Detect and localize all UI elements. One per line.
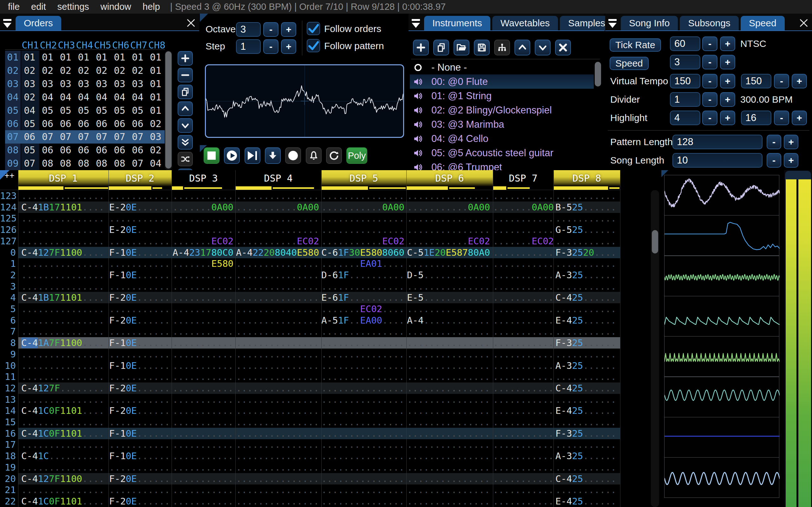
orders-cell[interactable]: 06 xyxy=(111,117,129,130)
pattern-cell[interactable]: C-41A7F1100.... xyxy=(21,337,112,349)
orders-cell[interactable]: 05 xyxy=(39,104,57,117)
pattern-cell[interactable]: ........... xyxy=(493,258,554,269)
pattern-cell[interactable]: ...........0A00 xyxy=(321,202,406,213)
orders-cell[interactable]: 03 xyxy=(111,77,129,91)
step-minus-button[interactable]: - xyxy=(263,39,278,54)
pattern-cell[interactable]: ........... xyxy=(172,326,236,337)
pattern-cell[interactable]: ............... xyxy=(236,258,322,269)
orders-row[interactable]: 060506060606060602 xyxy=(5,117,165,130)
octave-minus-button[interactable]: - xyxy=(263,22,278,37)
pattern-cell[interactable]: ............... xyxy=(407,349,494,360)
pattern-cell[interactable]: ...........0A00 xyxy=(407,202,494,213)
highlight-first-minus-button[interactable]: - xyxy=(702,111,717,125)
orders-row[interactable]: 040204040404040401 xyxy=(5,91,165,104)
pattern-cell[interactable]: ............... xyxy=(21,303,112,315)
step-row-button[interactable] xyxy=(265,147,281,164)
pattern-cell[interactable]: ............... xyxy=(236,269,322,281)
pattern-cell[interactable]: ............... xyxy=(321,337,406,349)
orders-cell[interactable]: 02 xyxy=(147,117,165,130)
pattern-cell[interactable]: ........... xyxy=(555,371,622,383)
pattern-cell[interactable]: ........... xyxy=(109,258,172,269)
orders-cell[interactable]: 02 xyxy=(20,91,39,104)
pattern-cell[interactable]: ............... xyxy=(236,450,322,462)
orders-row[interactable]: 010101010101010101 xyxy=(5,51,165,64)
pattern-cell[interactable]: ............... xyxy=(407,383,494,394)
pattern-cell[interactable]: C-41B171101.... xyxy=(21,292,112,303)
pattern-cell[interactable]: F-10E...... xyxy=(109,360,172,372)
pattern-cell[interactable]: F-20E...... xyxy=(109,315,172,326)
pattern-cell[interactable]: ........... xyxy=(555,416,622,428)
collapse-icon[interactable] xyxy=(605,16,620,31)
orders-scrollbar[interactable] xyxy=(165,51,172,170)
orders-row[interactable]: 070607070707070703 xyxy=(5,130,165,144)
pattern-cell[interactable]: ........... xyxy=(109,394,172,405)
orders-cell[interactable]: 08 xyxy=(56,157,74,170)
pattern-cell[interactable]: .......EC02.... xyxy=(321,303,406,315)
pattern-cell[interactable]: ............... xyxy=(21,326,112,337)
pattern-corner-label[interactable]: ++ xyxy=(4,171,14,181)
instrument-duplicate-button[interactable] xyxy=(433,40,449,55)
orders-row[interactable]: 090708080808080704 xyxy=(5,157,165,170)
pattern-cell[interactable]: ........... xyxy=(555,190,622,202)
stop-button[interactable] xyxy=(204,147,219,164)
instrument-item[interactable]: 05: @5 Acoustic steel guitar xyxy=(410,146,594,160)
virtual-tempo-numerator[interactable]: 150 xyxy=(670,74,700,89)
orders-cell[interactable]: 06 xyxy=(93,144,111,157)
pattern-cell[interactable]: ............... xyxy=(407,303,494,315)
pattern-cell[interactable]: F-20E...... xyxy=(109,496,172,507)
pattern-cell[interactable]: C-41C0F1101.... xyxy=(21,428,112,439)
pattern-cell[interactable]: ........... xyxy=(109,349,172,360)
orders-cell[interactable]: 07 xyxy=(74,130,93,144)
pattern-cell[interactable]: ............... xyxy=(236,349,322,360)
orders-cell[interactable]: 05 xyxy=(56,104,74,117)
orders-cell[interactable]: 03 xyxy=(93,77,111,91)
highlight-second-minus-button[interactable]: - xyxy=(774,111,789,125)
follow-orders-checkbox[interactable] xyxy=(307,22,320,35)
pattern-cell[interactable]: ........... xyxy=(555,484,622,496)
orders-cell[interactable]: 03 xyxy=(129,77,147,91)
song-length-plus-button[interactable]: + xyxy=(784,153,798,168)
orders-cell[interactable]: 04 xyxy=(147,157,165,170)
pattern-cell[interactable]: ........... xyxy=(109,190,172,202)
pattern-cell[interactable]: C-41B171101.... xyxy=(21,202,112,213)
orders-cell[interactable]: 01 xyxy=(147,104,165,117)
orders-cell[interactable]: 05 xyxy=(20,117,39,130)
pattern-cell[interactable]: ...........EC02 xyxy=(321,235,406,247)
orders-randomize-button[interactable] xyxy=(177,152,193,166)
pattern-cell[interactable]: ........... xyxy=(493,428,554,439)
pattern-cell[interactable]: ............... xyxy=(321,484,406,496)
orders-cell[interactable]: 05 xyxy=(111,104,129,117)
pattern-cell[interactable]: C-61F30E5808060 xyxy=(321,247,406,258)
pattern-cell[interactable]: F-20E...... xyxy=(109,383,172,394)
orders-cell[interactable]: 01 xyxy=(39,51,57,64)
orders-cell[interactable]: 03 xyxy=(20,77,39,91)
pattern-cell[interactable]: ............... xyxy=(21,269,112,281)
pattern-cell[interactable]: ........... xyxy=(493,371,554,383)
orders-cell[interactable]: 07 xyxy=(39,130,57,144)
pattern-cell[interactable]: ........... xyxy=(493,484,554,496)
pattern-cell[interactable]: ........... xyxy=(172,416,236,428)
pattern-cell[interactable]: ............... xyxy=(407,416,494,428)
orders-row[interactable]: 020202020202020201 xyxy=(5,64,165,77)
pattern-cell[interactable]: ........... xyxy=(172,383,236,394)
pattern-cell[interactable]: ........... xyxy=(172,281,236,292)
orders-cell[interactable]: 05 xyxy=(20,144,39,157)
orders-cell[interactable]: 04 xyxy=(74,91,93,104)
orders-cell[interactable]: 06 xyxy=(93,117,111,130)
pattern-cell[interactable]: ............... xyxy=(321,383,406,394)
pattern-cell[interactable]: ........... xyxy=(493,292,554,303)
virtual-tempo-denominator[interactable]: 150 xyxy=(741,74,771,89)
pattern-cell[interactable]: .......0A00 xyxy=(493,202,554,213)
pattern-cell[interactable]: B-525...... xyxy=(555,202,622,213)
orders-cell[interactable]: 07 xyxy=(111,130,129,144)
pattern-cell[interactable]: ............... xyxy=(407,371,494,383)
pattern-cell[interactable]: ........... xyxy=(172,190,236,202)
pattern-cell[interactable]: ............... xyxy=(236,326,322,337)
pattern-cell[interactable]: C-4127F1100.... xyxy=(21,247,112,258)
channel-header[interactable]: DSP 1 xyxy=(18,170,108,186)
pattern-cell[interactable]: ........... xyxy=(493,405,554,416)
instrument-item[interactable]: 00: @0 Flute xyxy=(410,74,594,89)
play-button[interactable] xyxy=(224,147,240,164)
pattern-cell[interactable]: C-51E20E58780A0 xyxy=(407,247,494,258)
pattern-cell[interactable]: ............... xyxy=(407,258,494,269)
